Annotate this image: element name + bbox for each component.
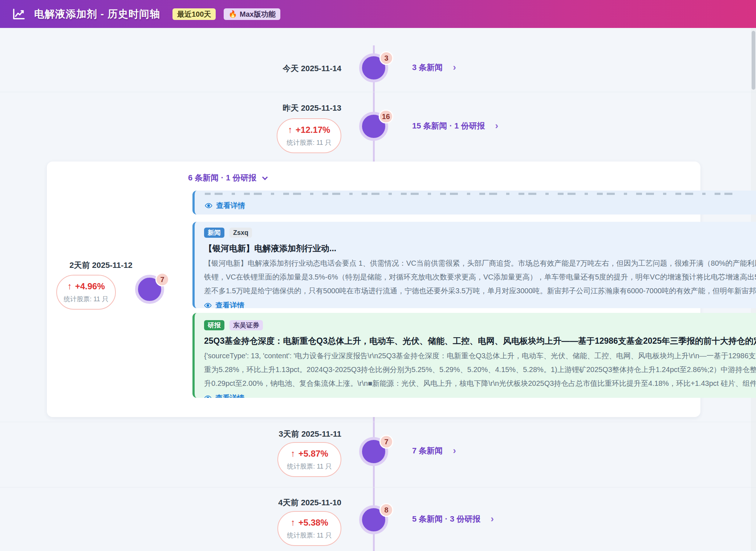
badge-row: 研报 东吴证券 xyxy=(204,320,756,330)
summary-label: 6 条新闻 · 1 份研报 xyxy=(188,172,256,183)
news-link-4-days-ago[interactable]: 5 条新闻 · 3 份研报 › xyxy=(412,513,494,525)
max-feature-badge: 🔥 Max版功能 xyxy=(224,8,280,20)
date-label-yesterday: 昨天 2025-11-13 xyxy=(283,103,341,114)
stocks-count: 统计股票: 11 只 xyxy=(281,138,337,147)
report-body-line: 重为5.28%，环比上升1.13pct。2024Q3-2025Q3持仓比例分别为… xyxy=(204,363,756,376)
view-details-label: 查看详情 xyxy=(215,393,244,398)
date-range-badge: 最近100天 xyxy=(172,8,216,20)
pct-value: +5.87% xyxy=(298,449,328,459)
count-badge: 8 xyxy=(379,503,393,517)
pct-value: +5.38% xyxy=(298,518,328,528)
pct-change: ↑ +5.87% xyxy=(282,448,337,459)
date-label-today: 今天 2025-11-14 xyxy=(283,63,341,74)
date-label-2-days-ago: 2天前 2025-11-12 xyxy=(56,260,146,271)
news-body-line: 【银河电新】电解液添加剂行业动态电话会要点 1、供需情况：VC当前供需很紧，头部… xyxy=(204,256,756,270)
timeline-node-4-days-ago[interactable]: 8 xyxy=(359,505,388,534)
type-badge-report: 研报 xyxy=(204,320,224,330)
scrollbar-thumb[interactable] xyxy=(752,31,755,90)
page-title: 电解液添加剂 - 历史时间轴 xyxy=(34,7,160,21)
report-body-line: 升0.29pct至2.00%，钠电池、复合集流体上涨。\r\n■新能源：光伏、风… xyxy=(204,376,756,390)
chevron-right-icon: › xyxy=(453,445,456,456)
news-link-today[interactable]: 3 条新闻 › xyxy=(412,62,456,73)
pct-change: ↑ +4.96% xyxy=(61,281,111,291)
news-link-label: 3 条新闻 xyxy=(412,62,443,73)
count-badge: 7 xyxy=(379,435,393,449)
news-link-label: 7 条新闻 xyxy=(412,445,443,456)
timeline-node-today[interactable]: 3 xyxy=(359,53,388,82)
chevron-right-icon: › xyxy=(495,120,498,131)
max-feature-label: Max版功能 xyxy=(240,11,276,18)
eye-icon xyxy=(204,394,212,398)
view-details-link[interactable]: 查看详情 xyxy=(204,301,244,308)
up-arrow-icon: ↑ xyxy=(290,517,295,528)
news-link-label: 5 条新闻 · 3 份研报 xyxy=(412,514,480,525)
divider xyxy=(0,487,756,487)
pct-value: +4.96% xyxy=(75,281,105,291)
divider xyxy=(0,92,756,92)
view-details-link[interactable]: 查看详情 xyxy=(204,393,244,398)
eye-icon xyxy=(205,202,212,209)
source-badge: Zsxq xyxy=(229,228,252,238)
change-pill-4-days-ago: ↑ +5.38% 统计股票: 11 只 xyxy=(277,511,341,546)
report-title: 25Q3基金持仓深度：电新重仓Q3总体上升，电动车、光伏、储能、工控、电网、风电… xyxy=(204,335,756,347)
stocks-count: 统计股票: 11 只 xyxy=(61,295,111,303)
view-details-label: 查看详情 xyxy=(216,201,245,211)
badge-row: 新闻 Zsxq xyxy=(204,228,756,238)
date-label-3-days-ago: 3天前 2025-11-11 xyxy=(279,429,341,440)
change-pill-3-days-ago: ↑ +5.87% 统计股票: 11 只 xyxy=(277,442,341,477)
view-details-link[interactable]: 查看详情 xyxy=(205,201,245,211)
type-badge-news: 新闻 xyxy=(204,228,224,238)
eye-icon xyxy=(204,302,212,308)
pct-change: ↑ +12.17% xyxy=(281,125,337,135)
count-badge: 7 xyxy=(155,273,169,286)
news-body-line: 铁锂，VC在铁锂里面的添加量是3.5%-6%（特别是储能，对循环充放电次数要求更… xyxy=(204,270,756,284)
news-item-card: 新闻 Zsxq 【银河电新】电解液添加剂行业动... 【银河电新】电解液添加剂行… xyxy=(192,222,756,308)
news-link-3-days-ago[interactable]: 7 条新闻 › xyxy=(412,445,456,456)
chevron-right-icon: › xyxy=(491,513,494,525)
up-arrow-icon: ↑ xyxy=(67,281,72,291)
expanded-day-card: 2天前 2025-11-12 ↑ +4.96% 统计股票: 11 只 7 6 条… xyxy=(47,162,700,417)
truncated-text xyxy=(205,193,735,195)
news-link-yesterday[interactable]: 15 条新闻 · 1 份研报 › xyxy=(412,120,498,131)
chevron-right-icon: › xyxy=(453,62,456,73)
up-arrow-icon: ↑ xyxy=(290,448,295,459)
date-label-4-days-ago: 4天前 2025-11-10 xyxy=(278,497,341,508)
stocks-count: 统计股票: 11 只 xyxy=(282,462,337,471)
up-arrow-icon: ↑ xyxy=(288,125,293,135)
pct-value: +12.17% xyxy=(296,125,330,135)
news-link-label: 15 条新闻 · 1 份研报 xyxy=(412,121,485,131)
report-item-card: 研报 东吴证券 25Q3基金持仓深度：电新重仓Q3总体上升，电动车、光伏、储能、… xyxy=(192,313,756,398)
view-details-label: 查看详情 xyxy=(215,301,244,308)
change-pill-yesterday: ↑ +12.17% 统计股票: 11 只 xyxy=(277,118,341,153)
divider xyxy=(0,422,756,422)
news-item-card-clipped: 查看详情 xyxy=(192,191,756,215)
news-body-line: 差不多1.5万吨是给宁德保供的，只有5000吨在市场进行流通，宁德也还要外采3.… xyxy=(204,284,756,298)
line-chart-icon xyxy=(12,7,26,21)
news-body: 【银河电新】电解液添加剂行业动态电话会要点 1、供需情况：VC当前供需很紧，头部… xyxy=(204,256,756,298)
report-body-line: {'sourceType': 13, 'content': '电力设备行业深度报… xyxy=(204,349,756,363)
source-badge: 东吴证券 xyxy=(229,320,263,330)
timeline-page: 电解液添加剂 - 历史时间轴 最近100天 🔥 Max版功能 今天 2025-1… xyxy=(0,0,756,551)
change-pill-2-days-ago: ↑ +4.96% 统计股票: 11 只 xyxy=(56,275,116,310)
timeline-node-2-days-ago[interactable]: 7 xyxy=(135,275,164,304)
count-badge: 16 xyxy=(379,110,393,123)
timeline-node-yesterday[interactable]: 16 xyxy=(359,112,388,141)
app-header: 电解液添加剂 - 历史时间轴 最近100天 🔥 Max版功能 xyxy=(0,0,756,28)
timeline-node-3-days-ago[interactable]: 7 xyxy=(359,437,388,466)
news-title: 【银河电新】电解液添加剂行业动... xyxy=(204,243,756,254)
expanded-summary-toggle[interactable]: 6 条新闻 · 1 份研报 xyxy=(188,172,266,183)
fire-icon: 🔥 xyxy=(228,11,237,17)
chevron-down-icon xyxy=(262,174,268,180)
report-body: {'sourceType': 13, 'content': '电力设备行业深度报… xyxy=(204,349,756,390)
stocks-count: 统计股票: 11 只 xyxy=(282,531,337,540)
pct-change: ↑ +5.38% xyxy=(282,517,337,528)
count-badge: 3 xyxy=(379,51,393,65)
